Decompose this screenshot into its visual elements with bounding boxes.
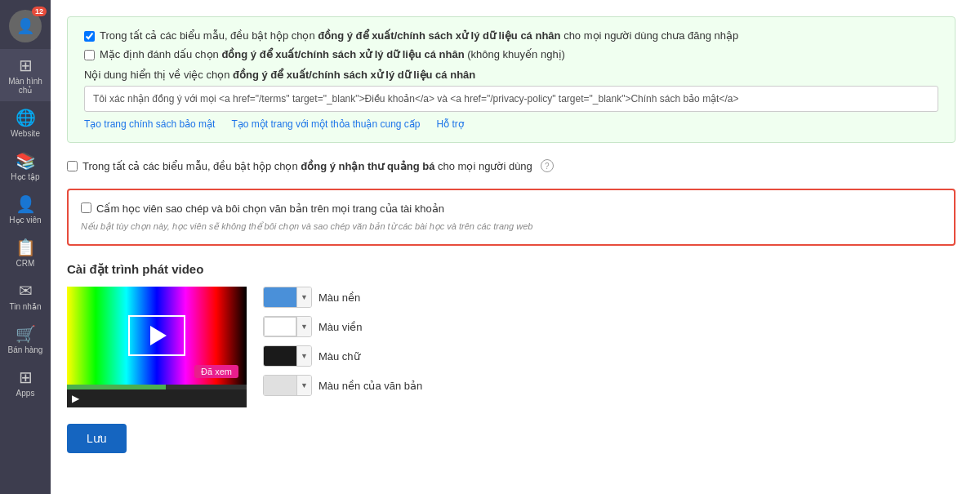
- video-progress-bar: [67, 385, 247, 389]
- sales-icon: 🛒: [16, 324, 36, 344]
- message-icon: ✉: [19, 281, 33, 300]
- marketing-checkbox[interactable]: [67, 161, 78, 171]
- video-player: Đã xem ▶: [67, 287, 247, 407]
- default-privacy-checkbox[interactable]: [84, 50, 95, 60]
- save-button[interactable]: Lưu: [67, 424, 127, 453]
- border-color-select[interactable]: ▼: [263, 316, 312, 337]
- text-bg-color-arrow-icon: ▼: [296, 376, 311, 395]
- sidebar-item-man-hinh-chu[interactable]: ⊞ Màn hình chủ: [0, 49, 51, 101]
- default-check-label: Mặc định đánh dấu chọn đồng ý để xuất/ch…: [84, 48, 938, 60]
- sidebar-item-website[interactable]: 🌐 Website: [0, 101, 51, 145]
- sidebar: 👤 12 ⊞ Màn hình chủ 🌐 Website 📚 Học tập …: [0, 0, 51, 494]
- text-color-swatch: [264, 346, 296, 366]
- home-icon: ⊞: [19, 56, 33, 75]
- sidebar-item-label: Apps: [16, 389, 35, 398]
- checkbox2-label-normal: Mặc định đánh dấu chọn: [100, 48, 221, 60]
- checkbox1-label-end: cho mọi người dùng chưa đăng nhập: [561, 29, 739, 42]
- video-container: Đã xem ▶ ▼ Màu nền: [67, 287, 956, 407]
- all-forms-privacy-checkbox[interactable]: [84, 31, 95, 42]
- sidebar-item-label: CRM: [16, 259, 35, 268]
- sidebar-item-tin-nhan[interactable]: ✉ Tin nhắn: [0, 274, 51, 318]
- sidebar-item-label: Màn hình chủ: [3, 77, 47, 95]
- marketing-checkbox-label: Trong tất cả các biểu mẫu, đều bật hộp c…: [67, 159, 956, 172]
- privacy-section: Trong tất cả các biểu mẫu, đều bật hộp c…: [67, 16, 956, 143]
- sidebar-item-label: Bán hàng: [8, 345, 43, 354]
- sidebar-item-hoc-tap[interactable]: 📚 Học tập: [0, 145, 51, 188]
- copy-protection-section: Cấm học viên sao chép và bôi chọn văn bả…: [67, 189, 956, 246]
- copy-protection-text: Cấm học viên sao chép và bôi chọn văn bả…: [96, 202, 444, 215]
- create-privacy-link[interactable]: Tạo trang chính sách bảo mật: [84, 118, 215, 130]
- sidebar-item-label: Học tập: [11, 172, 39, 181]
- text-color-label: Màu chữ: [318, 350, 360, 363]
- border-color-row: ▼ Màu viền: [263, 316, 422, 337]
- text-color-select[interactable]: ▼: [263, 345, 312, 367]
- apps-icon: ⊞: [19, 367, 33, 387]
- background-color-label: Màu nền: [318, 292, 360, 304]
- crm-icon: 📋: [16, 238, 36, 257]
- text-color-arrow-icon: ▼: [296, 346, 311, 366]
- marketing-section: Trong tất cả các biểu mẫu, đều bật hộp c…: [67, 159, 956, 172]
- border-color-label: Màu viền: [318, 321, 363, 333]
- text-bg-color-swatch: [264, 376, 296, 395]
- background-color-swatch: [264, 287, 296, 307]
- support-link[interactable]: Hỗ trợ: [437, 118, 464, 130]
- copy-protection-checkbox[interactable]: [81, 202, 91, 213]
- video-progress-fill: [67, 385, 166, 389]
- sidebar-item-label: Tin nhắn: [10, 302, 42, 311]
- border-color-arrow-icon: ▼: [296, 317, 311, 336]
- main-content: Trong tất cả các biểu mẫu, đều bật hộp c…: [51, 0, 980, 494]
- all-forms-checkbox-label: Trong tất cả các biểu mẫu, đều bật hộp c…: [84, 29, 938, 42]
- notification-badge: 12: [32, 7, 47, 16]
- sidebar-item-label: Website: [11, 129, 40, 138]
- sidebar-item-ban-hang[interactable]: 🛒 Bán hàng: [0, 318, 51, 361]
- sidebar-item-crm[interactable]: 📋 CRM: [0, 231, 51, 274]
- background-color-arrow-icon: ▼: [296, 287, 311, 307]
- text-color-row: ▼ Màu chữ: [263, 345, 422, 367]
- copy-protection-hint: Nếu bật tùy chọn này, học viên sẽ không …: [81, 221, 942, 232]
- checkbox2-label-end: (không khuyến nghị): [465, 48, 565, 60]
- website-icon: 🌐: [16, 108, 36, 127]
- save-section: Lưu: [67, 424, 956, 453]
- color-settings: ▼ Màu nền ▼ Màu viền ▼ Màu: [263, 287, 422, 396]
- play-small-button[interactable]: ▶: [72, 393, 79, 404]
- play-triangle-icon: [150, 326, 167, 345]
- checkbox2-label-bold: đồng ý để xuất/chính sách xử lý dữ liệu …: [221, 48, 464, 60]
- video-section: Cài đặt trình phát video Đã xem ▶: [67, 262, 956, 407]
- background-color-select[interactable]: ▼: [263, 287, 312, 308]
- sidebar-item-label: Học viên: [9, 216, 41, 225]
- create-terms-link[interactable]: Tạo một trang với một thỏa thuận cung cấ…: [231, 118, 420, 130]
- text-bg-color-row: ▼ Màu nền của văn bản: [263, 375, 422, 396]
- text-bg-color-label: Màu nền của văn bản: [318, 380, 422, 392]
- background-color-row: ▼ Màu nền: [263, 287, 422, 308]
- play-button[interactable]: [128, 315, 185, 356]
- student-icon: 👤: [16, 194, 36, 214]
- sidebar-item-hoc-vien[interactable]: 👤 Học viên: [0, 188, 51, 231]
- video-section-title: Cài đặt trình phát video: [67, 262, 956, 277]
- video-thumbnail: Đã xem: [67, 287, 247, 385]
- content-label: Nội dung hiển thị về việc chọn đồng ý để…: [84, 69, 938, 81]
- watched-label: Đã xem: [194, 365, 238, 378]
- video-controls: ▶: [67, 389, 247, 407]
- avatar: 👤 12: [9, 10, 42, 42]
- sidebar-item-apps[interactable]: ⊞ Apps: [0, 361, 51, 404]
- text-bg-color-select[interactable]: ▼: [263, 375, 312, 396]
- help-icon[interactable]: ?: [541, 159, 554, 172]
- border-color-swatch: [264, 317, 296, 336]
- checkbox1-label-bold: đồng ý để xuất/chính sách xử lý dữ liệu …: [318, 29, 560, 42]
- checkbox1-label-normal: Trong tất cả các biểu mẫu, đều bật hộp c…: [100, 29, 318, 42]
- copy-protection-label: Cấm học viên sao chép và bôi chọn văn bả…: [81, 202, 942, 215]
- learning-icon: 📚: [16, 151, 36, 171]
- link-row: Tạo trang chính sách bảo mật Tạo một tra…: [84, 118, 938, 130]
- privacy-content-input[interactable]: [84, 86, 938, 112]
